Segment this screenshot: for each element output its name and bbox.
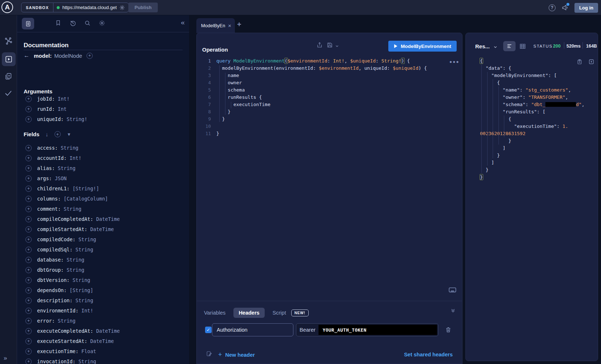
field-name[interactable]: compileStartedAt:	[37, 226, 87, 232]
add-field-icon[interactable]: +	[25, 287, 32, 294]
tab-script[interactable]: Script	[273, 310, 286, 316]
search-icon[interactable]	[84, 20, 91, 27]
add-field-icon[interactable]: +	[25, 96, 32, 102]
tab-headers[interactable]: Headers	[233, 308, 264, 318]
header-value-field[interactable]: Bearer YOUR_AUTH_TOKEN	[296, 323, 438, 336]
collapse-footer-icon[interactable]	[450, 307, 456, 314]
add-field-icon[interactable]: +	[25, 267, 32, 273]
add-field-icon[interactable]: +	[25, 216, 32, 222]
field-name[interactable]: executeStartedAt:	[37, 338, 87, 344]
announcements-icon[interactable]	[561, 4, 569, 11]
endpoint-url-section[interactable]: https://metadata.cloud.get	[53, 3, 128, 12]
field-name[interactable]: accountId:	[37, 155, 67, 161]
add-field-icon[interactable]: +	[25, 226, 32, 232]
new-tab-icon[interactable]: +	[237, 20, 241, 29]
collapse-docs-icon[interactable]: «	[181, 19, 185, 27]
apollo-logo[interactable]: A	[1, 1, 13, 13]
delete-header-icon[interactable]	[445, 326, 452, 333]
add-field-icon[interactable]: +	[25, 155, 32, 161]
add-field-icon[interactable]: +	[25, 359, 32, 364]
header-enabled-checkbox[interactable]: ✓	[205, 327, 212, 333]
field-name[interactable]: executionTime:	[37, 348, 79, 354]
field-type[interactable]: [String]	[69, 287, 93, 293]
run-operation-button[interactable]: ModelByEnvironment	[388, 41, 457, 52]
add-all-fields-icon[interactable]: +	[55, 131, 61, 137]
checklist-icon[interactable]	[4, 89, 13, 97]
field-type[interactable]: String	[58, 165, 76, 171]
operation-menu-icon[interactable]: ●●●	[449, 59, 460, 64]
save-dropdown-icon[interactable]	[335, 44, 339, 48]
field-type[interactable]: String	[61, 145, 79, 151]
add-field-icon[interactable]: +	[25, 116, 32, 122]
add-field-icon[interactable]: +	[25, 338, 32, 344]
tab-variables[interactable]: Variables	[204, 310, 225, 316]
explorer-icon[interactable]	[2, 52, 16, 66]
add-field-icon[interactable]: +	[25, 247, 32, 253]
schema-graph-icon[interactable]	[4, 37, 12, 45]
header-key-input[interactable]	[212, 323, 293, 336]
field-type[interactable]: Int!	[69, 155, 81, 161]
endpoint-settings-icon[interactable]	[119, 5, 125, 11]
field-name[interactable]: jobId:	[37, 96, 55, 102]
field-type[interactable]: DateTime	[90, 338, 114, 344]
field-name[interactable]: dependsOn:	[37, 287, 67, 293]
documentation-tab-icon[interactable]	[22, 18, 34, 29]
expand-rail-icon[interactable]: »	[4, 355, 7, 362]
back-arrow-icon[interactable]: ←	[24, 52, 29, 59]
field-type[interactable]: String	[67, 257, 84, 263]
close-tab-icon[interactable]: ×	[228, 23, 231, 29]
breadcrumb-type[interactable]: ModelNode	[54, 53, 82, 59]
table-view-icon[interactable]	[519, 43, 526, 50]
add-field-icon[interactable]: +	[25, 318, 32, 324]
add-field-icon[interactable]: +	[25, 165, 32, 171]
field-type[interactable]: String	[79, 236, 96, 242]
login-button[interactable]: Log in	[574, 3, 598, 13]
field-name[interactable]: childrenL1:	[37, 186, 69, 191]
field-name[interactable]: error:	[37, 318, 55, 324]
add-field-icon[interactable]: +	[25, 175, 32, 182]
add-field-icon[interactable]: +	[25, 145, 32, 151]
field-name[interactable]: compiledCode:	[37, 236, 76, 242]
field-name[interactable]: environmentId:	[37, 308, 79, 314]
field-type[interactable]: String	[72, 277, 90, 283]
history-icon[interactable]	[69, 20, 76, 27]
field-type[interactable]: DateTime	[90, 226, 114, 232]
field-type[interactable]: Int!	[81, 308, 93, 314]
field-name[interactable]: compileCompletedAt:	[37, 216, 93, 222]
field-name[interactable]: alias:	[37, 165, 55, 171]
field-name[interactable]: database:	[37, 257, 64, 263]
add-field-icon[interactable]: +	[25, 298, 32, 304]
add-type-icon[interactable]: +	[87, 53, 93, 59]
field-type[interactable]: [CatalogColumn]	[64, 196, 108, 202]
publish-button[interactable]: Publish	[128, 3, 158, 12]
field-name[interactable]: description:	[37, 298, 73, 303]
response-json[interactable]: { "data": { "modelByEnvironment": [ { "n…	[480, 57, 585, 181]
field-type[interactable]: String!	[67, 116, 87, 122]
field-name[interactable]: dbtGroup:	[37, 267, 64, 273]
keyboard-shortcuts-icon[interactable]	[449, 287, 456, 293]
add-field-icon[interactable]: +	[25, 328, 32, 334]
field-name[interactable]: columns:	[37, 196, 61, 202]
operation-collections-icon[interactable]	[4, 72, 12, 80]
endpoint-url[interactable]: https://metadata.cloud.get	[62, 5, 117, 10]
field-type[interactable]: DateTime	[96, 216, 120, 222]
share-operation-icon[interactable]	[316, 42, 323, 48]
add-field-icon[interactable]: +	[25, 277, 32, 283]
field-type[interactable]: Int	[58, 106, 67, 112]
fields-chevron-icon[interactable]: ▼	[67, 132, 71, 137]
field-type[interactable]: [String!]	[72, 186, 99, 191]
add-field-icon[interactable]: +	[25, 196, 32, 202]
field-name[interactable]: comment:	[37, 206, 61, 212]
save-operation-icon[interactable]	[326, 42, 333, 48]
field-type[interactable]: String	[64, 206, 81, 212]
add-field-icon[interactable]: +	[25, 206, 32, 212]
field-type[interactable]: String	[76, 298, 93, 303]
set-shared-headers-link[interactable]: Set shared headers	[404, 352, 453, 357]
help-icon[interactable]: ?	[549, 4, 556, 11]
response-dropdown-icon[interactable]	[493, 45, 498, 49]
sort-fields-icon[interactable]: ↓	[45, 131, 48, 137]
add-field-icon[interactable]: +	[25, 257, 32, 263]
add-field-icon[interactable]: +	[25, 186, 32, 192]
field-name[interactable]: uniqueId:	[37, 116, 64, 122]
field-type[interactable]: String	[58, 318, 76, 324]
